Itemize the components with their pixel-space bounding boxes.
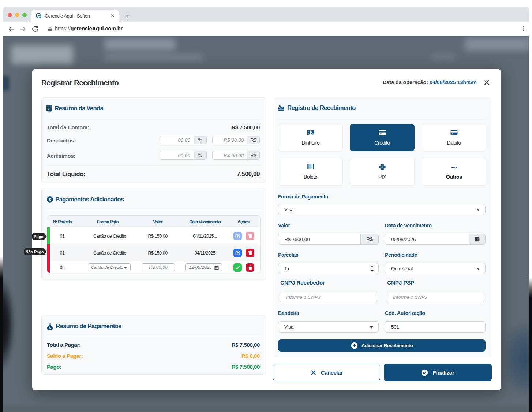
svg-text:$: $ xyxy=(49,326,51,330)
svg-text:$: $ xyxy=(49,197,51,202)
